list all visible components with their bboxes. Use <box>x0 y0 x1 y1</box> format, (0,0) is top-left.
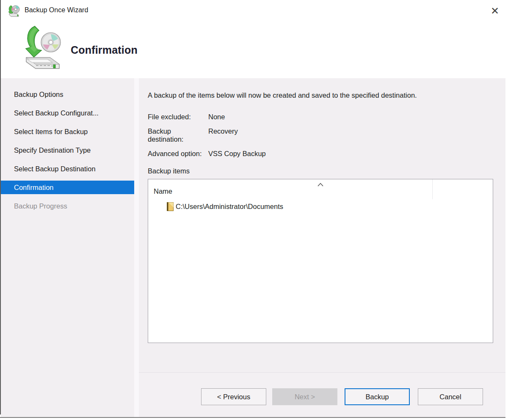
confirmation-description: A backup of the items below will now be … <box>148 89 436 102</box>
window-bottom-border <box>0 417 505 418</box>
list-item[interactable]: C:\Users\Administrator\Documents <box>148 199 493 214</box>
backup-once-wizard-window: Backup Once Wizard ✕ <box>0 0 508 420</box>
backup-wizard-icon <box>8 5 20 17</box>
next-button: Next > <box>272 388 337 405</box>
wizard-body: Backup Options Select Backup Configurat.… <box>1 78 505 417</box>
summary-row-advanced-option: Advanced option: VSS Copy Backup <box>148 150 505 158</box>
confirmation-pane: A backup of the items below will now be … <box>139 78 505 417</box>
page-title: Confirmation <box>71 44 138 56</box>
wizard-footer: < Previous Next > Backup Cancel <box>139 372 505 417</box>
step-specify-destination-type[interactable]: Specify Destination Type <box>1 141 134 159</box>
advanced-option-label: Advanced option: <box>148 150 208 158</box>
step-select-backup-destination[interactable]: Select Backup Destination <box>1 159 134 178</box>
sidebar-divider <box>134 78 139 417</box>
column-divider <box>432 179 433 199</box>
backup-destination-label: Backup destination: <box>148 127 208 143</box>
step-select-items-for-backup[interactable]: Select Items for Backup <box>1 122 134 141</box>
step-select-backup-configuration[interactable]: Select Backup Configurat... <box>1 104 134 122</box>
backup-summary: File excluded: None Backup destination: … <box>148 113 505 158</box>
wizard-header: Confirmation <box>1 20 508 78</box>
previous-button[interactable]: < Previous <box>201 388 266 405</box>
file-excluded-value: None <box>208 113 225 121</box>
window-title: Backup Once Wizard <box>25 0 88 20</box>
summary-row-backup-destination: Backup destination: Recovery <box>148 127 505 143</box>
name-column-header[interactable]: Name <box>154 187 172 195</box>
backup-items-list[interactable]: Name C:\Users\Administrator\Documents <box>148 179 493 343</box>
backup-drive-icon <box>22 25 64 72</box>
chevron-up-icon <box>317 181 324 188</box>
cancel-button[interactable]: Cancel <box>418 388 483 405</box>
backup-item-path: C:\Users\Administrator\Documents <box>176 203 283 211</box>
backup-destination-value: Recovery <box>208 127 238 143</box>
close-icon[interactable]: ✕ <box>488 4 502 18</box>
folder-icon <box>166 202 174 211</box>
wizard-steps-sidebar: Backup Options Select Backup Configurat.… <box>1 78 134 417</box>
advanced-option-value: VSS Copy Backup <box>208 150 266 158</box>
backup-items-label: Backup items <box>148 167 505 175</box>
list-column-header[interactable]: Name <box>148 179 493 199</box>
title-bar: Backup Once Wizard ✕ <box>1 0 508 20</box>
file-excluded-label: File excluded: <box>148 113 208 121</box>
step-backup-progress: Backup Progress <box>1 197 134 215</box>
step-confirmation-selected[interactable]: Confirmation <box>1 181 134 194</box>
backup-button[interactable]: Backup <box>345 388 410 405</box>
summary-row-file-excluded: File excluded: None <box>148 113 505 121</box>
step-backup-options[interactable]: Backup Options <box>1 85 134 104</box>
